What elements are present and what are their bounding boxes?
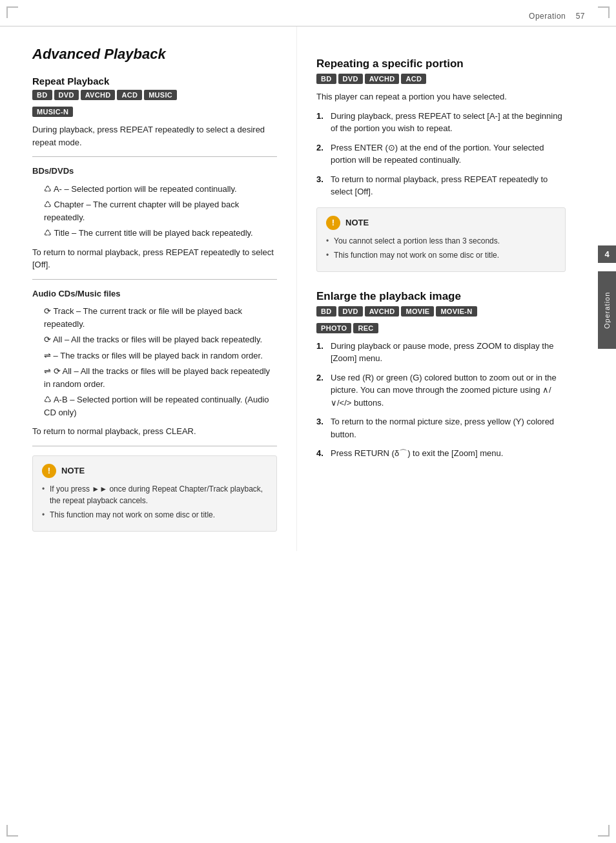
step-1-text: During playback, press REPEAT to select … (331, 110, 566, 135)
badge-avchd-e: AVCHD (365, 306, 400, 317)
audio-return-text: To return to normal playback, press CLEA… (32, 425, 277, 438)
enlarge-step-3: 3. To return to the normal picture size,… (316, 415, 566, 441)
audio-item-4: ⇌ ⟳ All – All the tracks or files will b… (32, 365, 277, 390)
right-column: Repeating a specific portion BD DVD AVCH… (297, 26, 598, 551)
repeating-badges: BD DVD AVCHD ACD (316, 74, 566, 84)
left-note-item-2: This function may not work on some disc … (42, 509, 267, 521)
right-note-icon: ! (326, 216, 340, 230)
audio-item-2: ⟳ All – All the tracks or files will be … (32, 333, 277, 346)
left-note-icon: ! (42, 464, 56, 478)
badge-dvd: DVD (54, 90, 79, 100)
badge-rec-e: REC (353, 323, 378, 333)
enlarge-step-1-num: 1. (316, 340, 331, 365)
repeating-steps: 1. During playback, press REPEAT to sele… (316, 110, 566, 198)
left-column: Advanced Playback Repeat Playback BD DVD… (0, 26, 297, 551)
enlarge-section: Enlarge the playback image BD DVD AVCHD … (316, 290, 566, 460)
repeat-playback-badges: BD DVD AVCHD ACD MUSIC (32, 90, 277, 100)
step-3-text: To return to normal playback, press REPE… (331, 173, 566, 198)
repeating-step-2: 2. Press ENTER (⊙) at the end of the por… (316, 141, 566, 167)
badge-bd-r: BD (316, 74, 336, 84)
bds-dvds-list: ♺ A- – Selected portion will be repeated… (32, 183, 277, 240)
divider-1 (32, 156, 277, 157)
right-note-title: NOTE (345, 218, 369, 227)
enlarge-badges: BD DVD AVCHD MOVIE MOVIE-N (316, 306, 566, 317)
repeating-step-1: 1. During playback, press REPEAT to sele… (316, 110, 566, 135)
enlarge-step-1-text: During playback or pause mode, press ZOO… (331, 340, 566, 365)
enlarge-badges2: PHOTO REC (316, 323, 566, 333)
side-tab-number: 4 (598, 245, 616, 263)
audio-item-1: ⟳ Track – The current track or file will… (32, 305, 277, 330)
bds-item-1: ♺ A- – Selected portion will be repeated… (32, 183, 277, 196)
step-1-num: 1. (316, 110, 331, 135)
badge-avchd: AVCHD (81, 90, 116, 100)
badge-acd-r: ACD (401, 74, 426, 84)
repeat-playback-badges2: MUSIC-N (32, 107, 277, 117)
repeat-playback-title: Repeat Playback (32, 76, 277, 87)
step-3-num: 3. (316, 173, 331, 198)
divider-2 (32, 279, 277, 280)
badge-photo-e: PHOTO (316, 323, 351, 333)
repeating-title: Repeating a specific portion (316, 57, 566, 70)
repeat-playback-intro: During playback, press REPEAT repeatedly… (32, 123, 277, 149)
audio-item-5: ♺ A-B – Selected portion will be repeate… (32, 393, 277, 419)
right-note-item-2: This function may not work on some disc … (326, 249, 556, 261)
badge-movie-e: MOVIE (401, 306, 434, 317)
enlarge-step-3-num: 3. (316, 415, 331, 441)
right-note-header: ! NOTE (326, 216, 556, 230)
corner-bl (6, 825, 18, 837)
bds-return-text: To return to normal playback, press REPE… (32, 246, 277, 271)
right-note-list: You cannot select a portion less than 3 … (326, 235, 556, 261)
audio-cds-list: ⟳ Track – The current track or file will… (32, 305, 277, 419)
bds-item-2: ♺ Chapter – The current chapter will be … (32, 198, 277, 224)
left-note-header: ! NOTE (42, 464, 267, 478)
header-page-num: 57 (576, 12, 585, 21)
enlarge-step-4-num: 4. (316, 447, 331, 460)
badge-dvd-r: DVD (338, 74, 363, 84)
enlarge-step-4: 4. Press RETURN (δ⌒) to exit the [Zoom] … (316, 447, 566, 460)
page-container: Operation 57 4 Operation Advanced Playba… (0, 0, 616, 843)
enlarge-title: Enlarge the playback image (316, 290, 566, 303)
enlarge-step-2-text: Use red (R) or green (G) colored button … (331, 371, 566, 410)
badge-acd: ACD (117, 90, 142, 100)
badge-avchd-r: AVCHD (365, 74, 400, 84)
bds-dvds-subtitle: BDs/DVDs (32, 165, 277, 178)
corner-tr (598, 6, 610, 18)
badge-bd-e: BD (316, 306, 336, 317)
corner-tl (6, 6, 18, 18)
enlarge-step-3-text: To return to the normal picture size, pr… (331, 415, 566, 441)
corner-br (598, 825, 610, 837)
right-note-box: ! NOTE You cannot select a portion less … (316, 207, 566, 272)
enlarge-step-2-num: 2. (316, 371, 331, 410)
enlarge-steps: 1. During playback or pause mode, press … (316, 340, 566, 460)
left-note-box: ! NOTE If you press ►► once during Repea… (32, 455, 277, 532)
main-title: Advanced Playback (32, 46, 277, 63)
step-2-text: Press ENTER (⊙) at the end of the portio… (331, 141, 566, 167)
side-tab-label: Operation (598, 271, 616, 349)
left-note-title: NOTE (61, 466, 85, 475)
enlarge-step-4-text: Press RETURN (δ⌒) to exit the [Zoom] men… (331, 447, 566, 460)
left-note-item-1: If you press ►► once during Repeat Chapt… (42, 483, 267, 506)
content-area: Advanced Playback Repeat Playback BD DVD… (0, 26, 616, 551)
left-note-list: If you press ►► once during Repeat Chapt… (42, 483, 267, 521)
audio-cds-subtitle: Audio CDs/Music files (32, 287, 277, 300)
header-section: Operation (529, 12, 566, 21)
header-spacer (566, 12, 575, 21)
step-2-num: 2. (316, 141, 331, 167)
repeating-step-3: 3. To return to normal playback, press R… (316, 173, 566, 198)
badge-movie-n-e: MOVIE-N (436, 306, 477, 317)
right-note-item-1: You cannot select a portion less than 3 … (326, 235, 556, 247)
badge-bd: BD (32, 90, 52, 100)
enlarge-step-1: 1. During playback or pause mode, press … (316, 340, 566, 365)
page-header: Operation 57 (0, 0, 616, 26)
repeating-intro: This player can repeat a portion you hav… (316, 90, 566, 103)
bds-item-3: ♺ Title – The current title will be play… (32, 227, 277, 240)
divider-3 (32, 446, 277, 446)
badge-music: MUSIC (144, 90, 177, 100)
badge-dvd-e: DVD (338, 306, 363, 317)
audio-item-3: ⇌ – The tracks or files will be played b… (32, 349, 277, 362)
badge-music-n: MUSIC-N (32, 107, 73, 117)
enlarge-step-2: 2. Use red (R) or green (G) colored butt… (316, 371, 566, 410)
